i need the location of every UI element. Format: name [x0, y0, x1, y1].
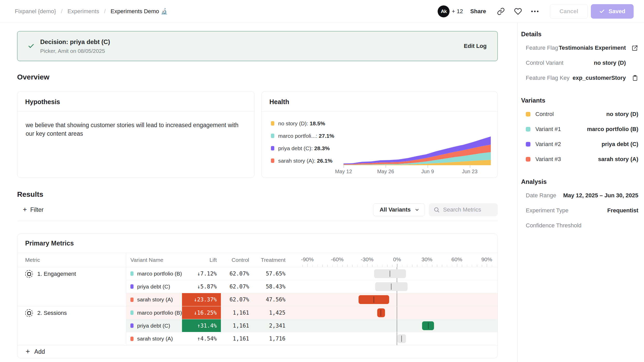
topbar-actions: Ak + 12 Share Cancel Saved — [438, 4, 634, 19]
axis-tick — [462, 265, 462, 267]
check-icon — [599, 9, 605, 14]
variant-chip — [130, 310, 134, 315]
more-options-button[interactable] — [531, 11, 538, 12]
table-row[interactable]: priya debt (C)↓5.87%62.07%58.43% — [126, 280, 498, 293]
axis-tick — [457, 264, 457, 267]
lift-value: ↓7.12% — [182, 267, 221, 280]
variants-heading: Variants — [521, 97, 638, 104]
variant-chip — [130, 271, 134, 276]
interval-mid-tick — [390, 271, 390, 277]
add-button-label: Add — [34, 348, 45, 355]
avatar-overflow-count[interactable]: + 12 — [452, 8, 463, 15]
share-button[interactable]: Share — [470, 8, 486, 15]
variants-rows: Controlno story (D)Variant #1marco portf… — [521, 107, 638, 167]
analysis-section: Analysis Date RangeMay 12, 2025 – Jun 30… — [521, 178, 638, 233]
metric-cell[interactable]: 1. Engagement — [17, 267, 126, 306]
variant-cell: marco portfolio (B) — [126, 310, 182, 316]
legend-value: 28.3% — [314, 145, 330, 151]
health-chart: May 12May 26Jun 9Jun 23 — [344, 113, 491, 176]
table-row[interactable]: sarah story (A)↑4.54%1,1611,716 — [126, 332, 498, 345]
ellipsis-icon — [534, 11, 536, 12]
metrics-search — [429, 203, 498, 216]
axis-tick — [302, 265, 303, 267]
chevron-down-icon — [415, 207, 419, 212]
breadcrumb-item[interactable]: Experiments Demo 🔬 — [111, 8, 168, 15]
right-sidebar: Details Feature FlagTestimonials Experim… — [517, 23, 644, 362]
search-input[interactable] — [443, 206, 493, 213]
analysis-value: Frequentist — [607, 207, 638, 214]
variant-chip — [130, 337, 134, 341]
variant-label: Variant #2 — [535, 141, 601, 148]
table-row[interactable]: marco portfolio (B)↓7.12%62.07%57.65% — [126, 267, 498, 280]
variant-name: marco portfolio (B) — [137, 310, 182, 316]
health-stacked-area-chart — [344, 135, 491, 165]
axis-label: 0% — [393, 256, 401, 263]
breadcrumb-item[interactable]: Fixpanel {demo} — [15, 8, 56, 15]
axis-tick — [432, 265, 432, 267]
detail-value: Testimonials Experiment — [559, 45, 626, 51]
detail-row: Feature FlagTestimonials Experiment — [521, 40, 638, 55]
clipboard-icon[interactable] — [626, 75, 638, 82]
lift-value: ↓5.87% — [182, 280, 221, 293]
hypothesis-title: Hypothesis — [17, 91, 254, 112]
variant-label: Variant #1 — [535, 126, 587, 133]
control-value: 62.07% — [221, 271, 253, 277]
lift-value: ↓23.37% — [182, 293, 221, 306]
decision-text: Decision: priya debt (C) Picker, Amit on… — [40, 38, 464, 54]
variant-name: priya debt (C) — [137, 323, 170, 329]
details-section: Details Feature FlagTestimonials Experim… — [521, 31, 638, 85]
results-toolbar-right: All Variants — [373, 203, 498, 216]
variants-section: Variants Controlno story (D)Variant #1ma… — [521, 97, 638, 167]
table-row[interactable]: marco portfolio (B)↓16.25%1,1611,425 — [126, 306, 498, 319]
variant-name: sarah story (A) — [137, 296, 173, 303]
lift-value: ↑31.4% — [182, 319, 221, 332]
interval-axis: -90%-60%-30%0%30%60%90% — [297, 253, 498, 267]
zero-line — [397, 306, 397, 319]
metric-cell[interactable]: 2. Sessions — [17, 306, 126, 345]
legend-label: marco portfoli...: — [278, 133, 317, 139]
metrics-table-header: Metric Variant Name Lift Control Treatme… — [17, 253, 498, 267]
axis-tick — [382, 265, 383, 267]
variant-label: Variant #3 — [535, 156, 598, 163]
edit-log-button[interactable]: Edit Log — [464, 43, 487, 49]
add-filter-button[interactable]: + Filter — [23, 206, 44, 214]
axis-tick — [367, 264, 368, 267]
health-legend: no story (D):18.5%marco portfoli...:27.1… — [271, 113, 344, 176]
axis-tick — [327, 265, 328, 267]
copy-link-button[interactable] — [497, 8, 505, 15]
variant-row: Controlno story (D) — [521, 107, 638, 122]
analysis-row: Confidence Threshold — [521, 218, 638, 233]
search-icon — [433, 207, 440, 213]
x-axis-tick — [344, 165, 344, 168]
breadcrumb-item[interactable]: Experiments — [67, 8, 99, 15]
variant-label: Control — [535, 111, 606, 118]
variant-value: no story (D) — [606, 111, 638, 118]
table-row[interactable]: priya debt (C)↑31.4%1,1612,341 — [126, 319, 498, 332]
saved-button[interactable]: Saved — [591, 4, 634, 19]
target-icon-inner — [27, 272, 31, 276]
avatar[interactable]: Ak — [438, 5, 450, 17]
interval-chart-cell — [297, 267, 498, 280]
axis-tick — [427, 264, 428, 267]
cancel-button[interactable]: Cancel — [550, 4, 588, 19]
decision-subtitle: Picker, Amit on 08/05/2025 — [40, 48, 464, 54]
favorite-button[interactable] — [514, 8, 522, 15]
metric-group: 2. Sessionsmarco portfolio (B)↓16.25%1,1… — [17, 306, 498, 345]
variant-chip — [526, 112, 530, 117]
interval-mid-tick — [381, 310, 381, 316]
add-metric-button[interactable]: + Add — [17, 345, 498, 358]
table-row[interactable]: sarah story (A)↓23.37%62.07%47.56% — [126, 293, 498, 306]
variant-chip — [526, 127, 530, 132]
external-link-icon[interactable] — [626, 45, 638, 52]
axis-tick — [472, 265, 472, 267]
plus-icon: + — [23, 206, 27, 214]
variant-value: priya debt (C) — [601, 141, 638, 148]
variant-name: priya debt (C) — [137, 284, 170, 290]
variant-chip — [526, 142, 530, 147]
legend-item: sarah story (A):26.1% — [271, 157, 344, 164]
ellipsis-icon — [531, 11, 533, 12]
axis-tick — [492, 265, 492, 267]
variant-filter-dropdown[interactable]: All Variants — [373, 203, 425, 216]
detail-label: Feature Flag Key — [526, 75, 573, 81]
x-axis-label: Jun 9 — [421, 169, 434, 175]
